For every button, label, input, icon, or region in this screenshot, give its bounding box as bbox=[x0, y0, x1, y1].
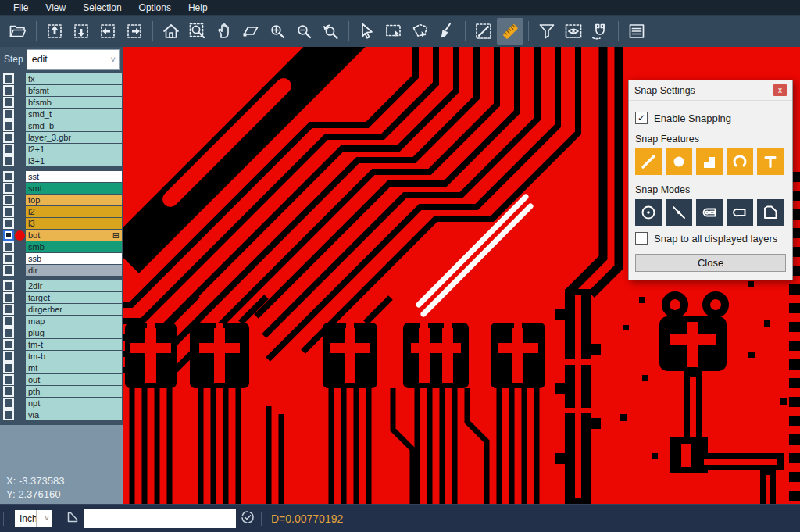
snap-feature-surface-button[interactable] bbox=[696, 148, 723, 175]
layer-visibility-checkbox[interactable] bbox=[3, 73, 14, 84]
layer-visibility-checkbox[interactable] bbox=[3, 120, 14, 131]
measure-distance-button[interactable] bbox=[470, 18, 497, 45]
snap-feature-pad-button[interactable] bbox=[666, 148, 692, 175]
unit-select[interactable]: Inch ˅ bbox=[15, 510, 52, 527]
layer-name[interactable]: l3+1 bbox=[26, 155, 122, 166]
measure-value-input[interactable] bbox=[84, 509, 236, 528]
layer-name[interactable]: smd_b bbox=[26, 120, 122, 131]
layer-visibility-checkbox[interactable] bbox=[3, 304, 14, 315]
snap-feature-line-button[interactable] bbox=[635, 148, 662, 175]
layer-name[interactable]: l2 bbox=[26, 206, 122, 217]
menu-item-help[interactable]: Help bbox=[180, 2, 216, 13]
layer-visibility-checkbox[interactable] bbox=[3, 144, 14, 155]
layer-name[interactable]: smd_t bbox=[26, 109, 122, 120]
layer-visibility-checkbox[interactable] bbox=[3, 171, 14, 182]
layer-name[interactable]: smt bbox=[26, 183, 122, 194]
enable-snapping-checkbox[interactable]: ✓ bbox=[635, 112, 648, 124]
step-select[interactable]: edit ˅ bbox=[27, 49, 120, 70]
layer-visibility-checkbox[interactable] bbox=[3, 409, 14, 420]
layer-visibility-checkbox[interactable] bbox=[3, 327, 14, 338]
zoom-object-button[interactable] bbox=[238, 18, 264, 45]
snap-mode-contour-button[interactable] bbox=[757, 199, 784, 226]
layer-name[interactable]: top bbox=[26, 195, 122, 205]
layer-visibility-checkbox[interactable] bbox=[3, 339, 14, 350]
layer-visibility-checkbox[interactable] bbox=[3, 398, 14, 409]
layer-visibility-checkbox[interactable] bbox=[3, 195, 14, 205]
apply-check-icon[interactable] bbox=[241, 510, 255, 527]
layer-name[interactable]: sst bbox=[26, 171, 122, 182]
layer-visibility-checkbox[interactable] bbox=[3, 85, 14, 96]
snap-mode-center-button[interactable] bbox=[635, 199, 662, 226]
layer-name[interactable]: layer_3.gbr bbox=[26, 132, 122, 143]
shift-down-button[interactable] bbox=[68, 18, 95, 45]
select-polygon-button[interactable] bbox=[407, 18, 434, 45]
layer-name[interactable]: out bbox=[26, 374, 122, 385]
dialog-close-button[interactable]: x bbox=[773, 84, 787, 96]
snap-all-layers-checkbox[interactable] bbox=[635, 232, 648, 245]
layer-name[interactable]: via bbox=[26, 409, 122, 420]
layer-name[interactable]: tm-t bbox=[26, 339, 122, 350]
shift-right-button[interactable] bbox=[121, 18, 148, 45]
menu-item-options[interactable]: Options bbox=[130, 2, 180, 13]
layer-visibility-checkbox[interactable] bbox=[3, 132, 14, 143]
dialog-close-action-button[interactable]: Close bbox=[635, 254, 786, 272]
layer-visibility-checkbox[interactable] bbox=[3, 316, 14, 327]
zoom-in-button[interactable] bbox=[264, 18, 291, 45]
snap-mode-pad-slot-button[interactable] bbox=[696, 199, 723, 226]
layer-visibility-checkbox[interactable] bbox=[3, 362, 14, 373]
zoom-region-button[interactable] bbox=[184, 18, 211, 45]
snap-feature-arc-button[interactable] bbox=[727, 148, 753, 175]
menu-item-view[interactable]: View bbox=[37, 2, 74, 13]
layer-name[interactable]: 2dir-- bbox=[26, 280, 122, 291]
zoom-previous-button[interactable] bbox=[317, 18, 344, 45]
clean-brush-button[interactable] bbox=[434, 18, 460, 45]
pan-hand-button[interactable] bbox=[211, 18, 238, 45]
layer-visibility-checkbox[interactable] bbox=[3, 241, 14, 252]
layer-visibility-checkbox[interactable] bbox=[3, 155, 14, 166]
layer-name[interactable]: npt bbox=[26, 398, 122, 409]
snap-feature-text-button[interactable] bbox=[757, 148, 784, 175]
layer-visibility-checkbox[interactable] bbox=[3, 230, 14, 241]
view-region-button[interactable] bbox=[560, 18, 587, 45]
layer-name[interactable]: pth bbox=[26, 386, 122, 397]
filter-button[interactable] bbox=[534, 18, 560, 45]
layer-name[interactable]: mt bbox=[26, 362, 122, 373]
layer-name[interactable]: ssb bbox=[26, 253, 122, 264]
layer-name[interactable]: bfsmb bbox=[26, 97, 122, 108]
layer-visibility-checkbox[interactable] bbox=[3, 218, 14, 229]
layer-name[interactable]: dir bbox=[26, 265, 122, 276]
layer-visibility-checkbox[interactable] bbox=[3, 386, 14, 397]
layer-name[interactable]: l2+1 bbox=[26, 144, 122, 155]
layer-visibility-checkbox[interactable] bbox=[3, 265, 14, 276]
layer-visibility-checkbox[interactable] bbox=[3, 292, 14, 303]
layer-name[interactable]: fx bbox=[26, 73, 122, 84]
layer-visibility-checkbox[interactable] bbox=[3, 206, 14, 217]
layer-name[interactable]: tm-b bbox=[26, 351, 122, 362]
snap-mode-midpoint-button[interactable] bbox=[666, 199, 692, 226]
layer-name[interactable]: smb bbox=[26, 241, 122, 252]
shift-left-button[interactable] bbox=[95, 18, 121, 45]
layer-name[interactable]: map bbox=[26, 316, 122, 327]
snap-magnet-button[interactable] bbox=[587, 18, 613, 45]
layer-visibility-checkbox[interactable] bbox=[3, 109, 14, 120]
layers-list-button[interactable] bbox=[623, 18, 650, 45]
ruler-measure-button[interactable] bbox=[497, 18, 523, 45]
select-rectangle-button[interactable] bbox=[380, 18, 407, 45]
layer-name[interactable]: target bbox=[26, 292, 122, 303]
layer-visibility-checkbox[interactable] bbox=[3, 97, 14, 108]
menu-item-file[interactable]: File bbox=[5, 2, 37, 13]
layer-visibility-checkbox[interactable] bbox=[3, 253, 14, 264]
layer-visibility-checkbox[interactable] bbox=[3, 351, 14, 362]
menu-item-selection[interactable]: Selection bbox=[74, 2, 130, 13]
layer-visibility-checkbox[interactable] bbox=[3, 183, 14, 194]
layer-name[interactable]: l3 bbox=[26, 218, 122, 229]
layer-name[interactable]: dirgerber bbox=[26, 304, 122, 315]
layer-name[interactable]: bot⊞ bbox=[26, 230, 122, 241]
shift-up-button[interactable] bbox=[41, 18, 68, 45]
zoom-out-button[interactable] bbox=[291, 18, 317, 45]
snap-mode-slot-outline-button[interactable] bbox=[727, 199, 753, 226]
select-arrow-button[interactable] bbox=[354, 18, 380, 45]
layer-visibility-checkbox[interactable] bbox=[3, 374, 14, 385]
layer-visibility-checkbox[interactable] bbox=[3, 280, 14, 291]
layer-name[interactable]: plug bbox=[26, 327, 122, 338]
